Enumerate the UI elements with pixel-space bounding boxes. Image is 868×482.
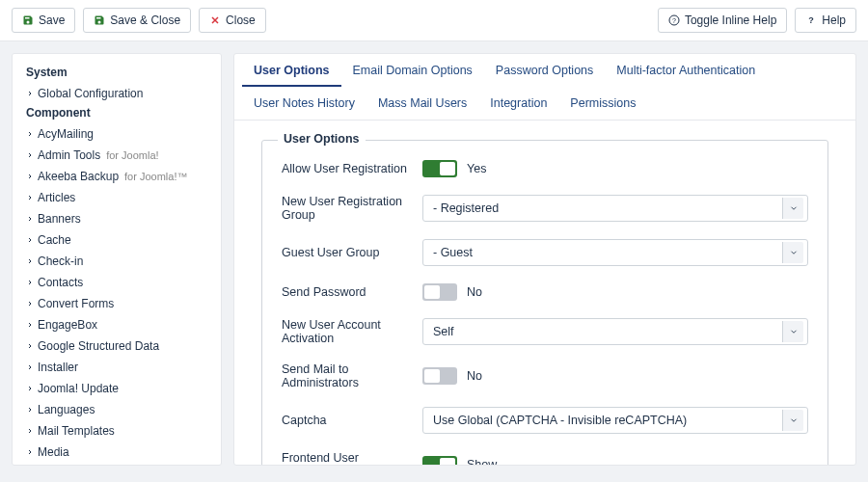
save-button[interactable]: Save [12,8,75,33]
sidebar-item-component-2[interactable]: Akeeba Backupfor Joomla!™ [13,166,221,187]
save-icon [22,14,34,26]
sidebar-item-extra: for Joomla! [106,147,158,164]
sidebar-item-label: Banners [38,210,81,228]
tab-email-domain-options[interactable]: Email Domain Options [341,54,484,87]
label-allow-registration: Allow User Registration [282,162,407,175]
sidebar-item-label: EngageBox [38,316,97,334]
chevron-right-icon [26,443,34,461]
sidebar-item-label: Languages [38,401,95,418]
toggle-inline-help-button[interactable]: ? Toggle Inline Help [658,8,787,33]
chevron-right-icon [26,231,34,249]
chevron-down-icon [782,321,803,342]
row-frontend-params: Frontend User Parameters Show [282,451,808,465]
help-label: Help [822,13,846,27]
sidebar-item-component-16[interactable]: Menus [13,463,221,466]
sidebar-item-component-9[interactable]: EngageBox [13,314,221,335]
chevron-right-icon [26,295,34,312]
save-label: Save [39,13,65,27]
toggle-inline-help-label: Toggle Inline Help [685,13,776,27]
sidebar-item-component-10[interactable]: Google Structured Data [13,335,221,357]
label-frontend-params: Frontend User Parameters [282,451,407,465]
tab-integration[interactable]: Integration [478,87,558,120]
sidebar-item-component-3[interactable]: Articles [13,187,221,208]
chevron-right-icon [26,465,34,466]
toggle-frontend-params[interactable] [422,456,457,465]
select-captcha[interactable]: Use Global (CAPTCHA - Invisible reCAPTCH… [422,407,808,434]
row-mail-admins: Send Mail to Administrators No [282,362,808,389]
tab-user-notes-history[interactable]: User Notes History [242,87,366,120]
sidebar-item-component-8[interactable]: Convert Forms [13,293,221,314]
toggle-allow-registration[interactable] [422,160,457,177]
sidebar-item-component-14[interactable]: Mail Templates [13,420,221,442]
sidebar-item-label: AcyMailing [38,125,94,143]
toggle-mail-admins-text: No [467,369,482,383]
sidebar-item-component-0[interactable]: AcyMailing [13,123,221,145]
sidebar-item-label: Joomla! Update [38,380,119,397]
toggle-frontend-params-text: Show [467,458,497,465]
sidebar-heading-component: Component [13,104,221,123]
chevron-right-icon [26,380,34,397]
content-area[interactable]: User Options Allow User Registration Yes… [234,120,855,465]
close-label: Close [226,13,256,27]
row-activation: New User Account Activation Self [282,318,808,345]
save-close-button[interactable]: Save & Close [83,8,191,33]
row-captcha: Captcha Use Global (CAPTCHA - Invisible … [282,407,808,434]
tab-mass-mail-users[interactable]: Mass Mail Users [366,87,478,120]
sidebar-item-label: Akeeba Backup [38,168,119,185]
sidebar-item-label: Check-in [38,253,83,270]
chevron-right-icon [26,210,34,228]
sidebar-item-component-4[interactable]: Banners [13,208,221,229]
row-send-password: Send Password No [282,283,808,301]
sidebar-item-label: Installer [38,359,78,376]
sidebar-item-component-6[interactable]: Check-in [13,251,221,272]
chevron-down-icon [782,198,803,219]
help-button[interactable]: ? Help [795,8,856,33]
row-allow-registration: Allow User Registration Yes [282,160,808,177]
sidebar-item-label: Global Configuration [38,85,143,102]
select-activation-value: Self [433,325,454,338]
sidebar-item-component-11[interactable]: Installer [13,357,221,378]
select-new-user-group[interactable]: - Registered [422,195,808,222]
toggle-mail-admins[interactable] [422,367,457,385]
chevron-right-icon [26,359,34,376]
select-guest-group-value: - Guest [433,246,473,259]
sidebar-item-component-12[interactable]: Joomla! Update [13,378,221,399]
sidebar-item-label: Google Structured Data [38,337,159,355]
page: SystemGlobal ConfigurationComponentAcyMa… [0,41,868,477]
select-captcha-value: Use Global (CAPTCHA - Invisible reCAPTCH… [433,414,687,427]
sidebar-item-component-15[interactable]: Media [13,442,221,463]
tab-user-options[interactable]: User Options [242,54,341,87]
toolbar-left: Save Save & Close Close [12,8,266,33]
sidebar-item-extra: for Joomla!™ [124,169,187,185]
close-icon [209,14,221,26]
chevron-down-icon [782,242,803,263]
save-close-label: Save & Close [110,13,180,27]
tab-password-options[interactable]: Password Options [484,54,605,87]
select-activation[interactable]: Self [422,318,808,345]
tab-multi-factor-authentication[interactable]: Multi-factor Authentication [605,54,767,87]
question-icon: ? [805,14,817,26]
sidebar[interactable]: SystemGlobal ConfigurationComponentAcyMa… [12,53,222,466]
sidebar-item-label: Menus [38,465,72,466]
close-button[interactable]: Close [199,8,266,33]
tabs: User OptionsEmail Domain OptionsPassword… [234,54,855,120]
save-icon [94,14,105,26]
sidebar-item-component-13[interactable]: Languages [13,399,221,420]
sidebar-item-label: Mail Templates [38,422,115,440]
chevron-right-icon [26,189,34,206]
sidebar-item-component-1[interactable]: Admin Toolsfor Joomla! [13,145,221,166]
sidebar-item-component-7[interactable]: Contacts [13,272,221,293]
sidebar-item-system-0[interactable]: Global Configuration [13,83,221,104]
chevron-right-icon [26,168,34,185]
sidebar-item-label: Articles [38,189,75,206]
chevron-right-icon [26,85,34,102]
sidebar-item-label: Contacts [38,274,83,291]
user-options-fieldset: User Options Allow User Registration Yes… [261,140,828,465]
chevron-right-icon [26,147,34,164]
toggle-send-password[interactable] [422,283,457,301]
row-new-user-group: New User Registration Group - Registered [282,195,808,222]
tab-permissions[interactable]: Permissions [558,87,647,120]
select-guest-group[interactable]: - Guest [422,239,808,266]
sidebar-item-component-5[interactable]: Cache [13,229,221,251]
toggle-send-password-text: No [467,285,482,299]
